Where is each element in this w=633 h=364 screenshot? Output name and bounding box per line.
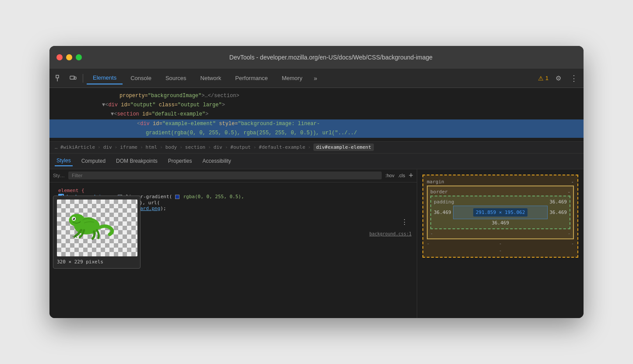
breadcrumb-item[interactable]: div: [103, 144, 112, 150]
styles-label: Sty…: [53, 173, 65, 178]
cls-button[interactable]: .cls: [398, 173, 405, 178]
css-source[interactable]: background.css:1: [369, 231, 411, 237]
more-tabs-button[interactable]: »: [310, 72, 321, 84]
tab-performance[interactable]: Performance: [229, 72, 274, 84]
margin-label: margin: [427, 179, 444, 185]
responsive-icon[interactable]: [67, 72, 79, 84]
border-label: border: [430, 189, 448, 195]
more-options-icon[interactable]: ⋮: [568, 72, 580, 84]
styles-panel: Sty… :hov .cls +: [49, 169, 417, 318]
margin-bottom-label: -: [499, 248, 502, 253]
margin-left: -: [427, 241, 429, 246]
add-style-button[interactable]: +: [408, 171, 413, 180]
content-area: Sty… :hov .cls +: [49, 169, 584, 318]
padding-right: 36.469: [549, 210, 567, 215]
gecko-illustration: [61, 202, 118, 245]
breadcrumb-sep: ›: [115, 144, 118, 150]
border-dash: -: [567, 189, 570, 195]
breadcrumb-sep: ›: [98, 144, 101, 150]
breadcrumb-item[interactable]: #output: [230, 144, 250, 150]
border-left: -: [430, 231, 433, 236]
breadcrumb-sep: ›: [225, 144, 228, 150]
svg-point-8: [73, 217, 74, 219]
breadcrumb-item[interactable]: div: [214, 144, 222, 150]
devtools-toolbar: Elements Console Sources Network Perform…: [49, 69, 584, 88]
padding-left: 36.469: [434, 210, 451, 215]
maximize-button[interactable]: [76, 54, 82, 60]
warning-badge[interactable]: ⚠ 1: [538, 75, 549, 82]
sub-tab-computed[interactable]: Computed: [80, 156, 107, 166]
border-box: border - padding 36.469 36.469: [427, 186, 574, 239]
padding-header: padding 36.469: [434, 199, 567, 205]
margin-dash: -: [571, 179, 574, 185]
inspector-icon[interactable]: [53, 72, 65, 84]
breadcrumb-sep: ›: [208, 144, 211, 150]
margin-box: margin - border - padding 36.469: [422, 175, 578, 258]
border-right: -: [568, 231, 570, 236]
tab-sources[interactable]: Sources: [159, 72, 193, 84]
breadcrumb-item[interactable]: #default-example: [259, 144, 305, 150]
tab-console[interactable]: Console: [124, 72, 158, 84]
tooltip-image: [57, 200, 137, 256]
sub-tab-dom-breakpoints[interactable]: DOM Breakpoints: [114, 156, 159, 166]
image-tooltip: 320 × 229 pixels: [53, 196, 141, 269]
html-line-selected-2[interactable]: gradient(rgba(0, 0, 255, 0.5), rgba(255,…: [49, 129, 584, 138]
padding-val-top: 36.469: [549, 199, 567, 205]
html-line[interactable]: property="backgroundImage">…</section>: [49, 91, 584, 101]
margin-header: margin -: [427, 179, 574, 185]
image-size: 320 × 229 pixels: [57, 259, 137, 265]
padding-bottom-row: 36.469: [434, 220, 567, 226]
breadcrumb-item[interactable]: html: [146, 144, 158, 150]
margin-bottom-val: -: [499, 241, 502, 246]
sub-toolbar: Styles Computed DOM Breakpoints Properti…: [49, 154, 584, 169]
window-title: DevTools - developer.mozilla.org/en-US/d…: [85, 54, 577, 61]
breadcrumb-item[interactable]: section: [185, 144, 205, 150]
tab-network[interactable]: Network: [194, 72, 228, 84]
breadcrumb-sep: ›: [253, 144, 257, 150]
html-line[interactable]: ▼<section id="default-example">: [49, 110, 584, 119]
breadcrumb-sep: ›: [160, 144, 163, 150]
toolbar-right: ⚠ 1 ⚙ ⋮: [538, 72, 580, 84]
margin-bottom-area: -: [427, 248, 574, 253]
devtools-window: DevTools - developer.mozilla.org/en-US/d…: [49, 46, 584, 318]
breadcrumb-sep: ›: [179, 144, 183, 150]
border-header: border -: [430, 189, 570, 195]
titlebar: DevTools - developer.mozilla.org/en-US/d…: [49, 46, 584, 69]
close-button[interactable]: [56, 54, 63, 60]
warning-icon: ⚠: [538, 75, 544, 82]
breadcrumb-item[interactable]: body: [165, 144, 177, 150]
styles-toolbar: Sty… :hov .cls +: [49, 169, 417, 182]
breadcrumb: … #wikiArticle › div › iframe › html › b…: [49, 141, 584, 154]
padding-label: padding: [434, 199, 454, 205]
minimize-button[interactable]: [66, 54, 72, 60]
breadcrumb-sep: ›: [140, 144, 143, 150]
margin-sides: - - -: [427, 241, 574, 246]
content-size: 291.859 × 195.062: [473, 208, 528, 217]
tab-memory[interactable]: Memory: [276, 72, 309, 84]
css-rgba1: rgba(0, 0, 255, 0.5),: [183, 194, 244, 200]
breadcrumb-item[interactable]: #wikiArticle: [60, 144, 95, 150]
padding-bottom: 36.469: [492, 220, 509, 226]
hov-button[interactable]: :hov: [385, 173, 394, 178]
settings-icon[interactable]: ⚙: [552, 72, 564, 84]
breadcrumb-active[interactable]: div#example-element: [313, 144, 374, 151]
sub-tab-properties[interactable]: Properties: [166, 156, 194, 166]
html-line[interactable]: ▼<div id="output" class="output large">: [49, 101, 584, 110]
svg-rect-0: [56, 75, 59, 78]
breadcrumb-sep: ›: [308, 144, 311, 150]
margin-right: -: [571, 241, 574, 246]
tab-elements[interactable]: Elements: [87, 72, 123, 84]
sub-tab-styles[interactable]: Styles: [55, 156, 73, 166]
filter-input[interactable]: [68, 172, 382, 179]
padding-sides: 36.469 291.859 × 195.062 36.469: [434, 206, 567, 219]
breadcrumb-item[interactable]: iframe: [120, 144, 137, 150]
sub-tab-accessibility[interactable]: Accessibility: [200, 156, 232, 166]
breadcrumb-dots: …: [55, 144, 58, 150]
html-panel: property="backgroundImage">…</section> ▼…: [49, 88, 584, 141]
ellipsis-icon[interactable]: ⋮: [401, 218, 408, 226]
traffic-lights: [56, 54, 82, 60]
color-swatch-blue[interactable]: [175, 195, 179, 199]
html-line-selected[interactable]: <div id="example-element" style="backgro…: [49, 119, 584, 129]
css-selector-element: element {: [58, 188, 411, 193]
padding-box: padding 36.469 36.469 291.859 × 195.062 …: [430, 196, 570, 229]
